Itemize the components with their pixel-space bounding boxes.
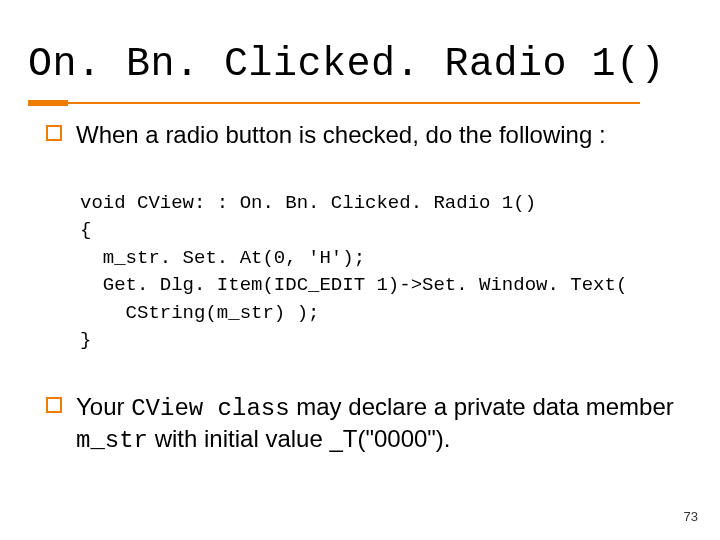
code-line: CString(m_str) ); — [80, 302, 319, 324]
bullet-icon — [46, 397, 62, 413]
code-line: } — [80, 329, 91, 351]
slide: On. Bn. Clicked. Radio 1() When a radio … — [0, 0, 720, 540]
bullet-2: Your CView class may declare a private d… — [46, 392, 686, 456]
bullet-icon — [46, 125, 62, 141]
code-line: m_str. Set. At(0, 'H'); — [80, 247, 365, 269]
bullet-2-seg-3: m_str — [76, 427, 148, 454]
bullet-2-seg-0: Your — [76, 393, 131, 420]
code-line: void CView: : On. Bn. Clicked. Radio 1() — [80, 192, 536, 214]
bullet-1: When a radio button is checked, do the f… — [46, 120, 686, 150]
code-line: { — [80, 219, 91, 241]
bullet-2-seg-1: CView class — [131, 395, 289, 422]
bullet-2-seg-2: may declare a private data member — [290, 393, 674, 420]
slide-body: When a radio button is checked, do the f… — [46, 120, 686, 468]
slide-title: On. Bn. Clicked. Radio 1() — [28, 42, 665, 87]
page-number: 73 — [684, 509, 698, 524]
bullet-2-seg-4: with initial value _T("0000"). — [148, 425, 451, 452]
code-line: Get. Dlg. Item(IDC_EDIT 1)->Set. Window.… — [80, 274, 627, 296]
code-block: void CView: : On. Bn. Clicked. Radio 1()… — [80, 162, 686, 382]
title-rule — [28, 102, 640, 104]
bullet-1-text: When a radio button is checked, do the f… — [76, 121, 606, 148]
